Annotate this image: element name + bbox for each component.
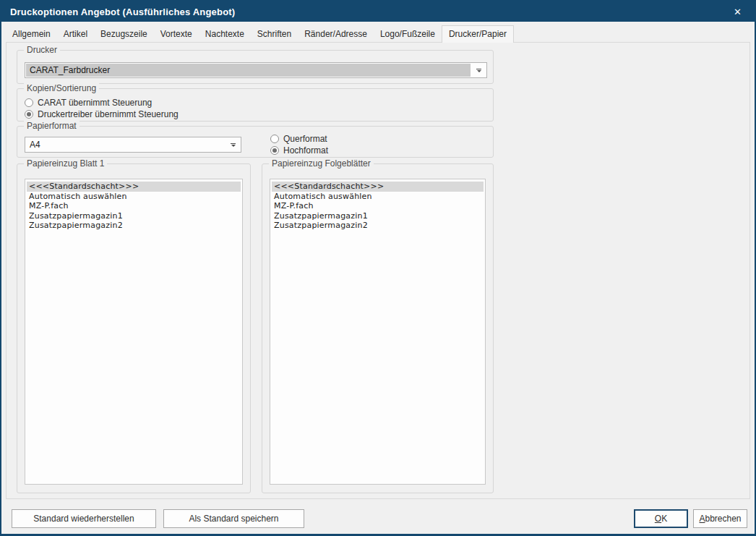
copies-sorting-group: Kopien/Sortierung CARAT übernimmt Steuer… — [17, 88, 494, 122]
tab-artikel[interactable]: Artikel — [57, 27, 94, 42]
radio-icon — [25, 98, 33, 107]
radio-carat-steuerung[interactable]: CARAT übernimmt Steuerung — [25, 97, 179, 109]
dropdown-arrow-icon[interactable] — [225, 137, 241, 152]
tab-bezugszeile[interactable]: Bezugszeile — [94, 27, 154, 42]
tray-sheet1-group-label: Papiereinzug Blatt 1 — [24, 158, 107, 169]
ok-accel: O — [655, 514, 661, 524]
tab-allgemein[interactable]: Allgemein — [6, 27, 57, 42]
list-item[interactable]: <<<Standardschacht>>> — [27, 182, 241, 192]
list-item[interactable]: Automatisch auswählen — [27, 192, 241, 202]
radio-querformat[interactable]: Querformat — [270, 133, 328, 145]
tab-nachtexte[interactable]: Nachtexte — [199, 27, 251, 42]
tray-following-group-label: Papiereinzug Folgeblätter — [269, 158, 374, 169]
list-item[interactable]: <<<Standardschacht>>> — [272, 182, 484, 192]
tray-following-group: Papiereinzug Folgeblätter <<<Standardsch… — [262, 163, 494, 493]
print-options-dialog: Druckoptionen Angebot (Ausführliches Ang… — [0, 0, 756, 536]
radio-label: Druckertreiber übernimmt Steuerung — [38, 109, 179, 119]
list-item[interactable]: Zusatzpapiermagazin1 — [272, 211, 484, 221]
dropdown-arrow-icon[interactable] — [471, 63, 486, 77]
tab-panel-drucker-papier: Drucker CARAT_Farbdrucker Kopien/Sortier… — [6, 42, 750, 499]
orientation-radio-group: Querformat Hochformat — [270, 133, 328, 156]
radio-label: Querformat — [283, 134, 327, 144]
tab-bar: Allgemein Artikel Bezugszeile Vortexte N… — [6, 27, 750, 42]
tray-following-list[interactable]: <<<Standardschacht>>> Automatisch auswäh… — [270, 179, 486, 485]
ok-rest: K — [661, 514, 667, 524]
list-item[interactable]: MZ-P.fach — [27, 201, 241, 211]
tab-schriften[interactable]: Schriften — [251, 27, 298, 42]
paper-format-group-label: Papierformat — [24, 121, 80, 131]
paper-format-select-value: A4 — [26, 138, 225, 151]
list-item[interactable]: Zusatzpapiermagazin1 — [27, 211, 241, 221]
radio-label: CARAT übernimmt Steuerung — [38, 98, 152, 108]
ok-button[interactable]: OK — [634, 509, 688, 528]
close-icon[interactable]: ✕ — [729, 6, 746, 18]
printer-select-value: CARAT_Farbdrucker — [26, 64, 471, 77]
copies-sorting-group-label: Kopien/Sortierung — [24, 83, 99, 93]
tab-drucker-papier[interactable]: Drucker/Papier — [442, 25, 514, 43]
radio-hochformat[interactable]: Hochformat — [270, 145, 328, 156]
printer-group: Drucker CARAT_Farbdrucker — [17, 50, 494, 84]
list-item[interactable]: Zusatzpapiermagazin2 — [27, 221, 241, 231]
tray-sheet1-list[interactable]: <<<Standardschacht>>> Automatisch auswäh… — [25, 179, 243, 485]
radio-label: Hochformat — [283, 145, 328, 156]
radio-druckertreiber-steuerung[interactable]: Druckertreiber übernimmt Steuerung — [25, 109, 179, 120]
titlebar[interactable]: Druckoptionen Angebot (Ausführliches Ang… — [1, 1, 755, 22]
paper-format-group: Papierformat A4 Querformat Hochformat — [17, 126, 494, 158]
radio-icon — [270, 135, 279, 143]
window-title: Druckoptionen Angebot (Ausführliches Ang… — [10, 7, 235, 17]
cancel-button[interactable]: Abbrechen — [693, 509, 747, 528]
copies-radio-group: CARAT übernimmt Steuerung Druckertreiber… — [25, 97, 179, 120]
tab-vortexte[interactable]: Vortexte — [154, 27, 199, 42]
cancel-rest: bbrechen — [705, 514, 741, 524]
radio-icon — [25, 110, 33, 119]
restore-default-button[interactable]: Standard wiederherstellen — [12, 509, 156, 528]
paper-format-select[interactable]: A4 — [25, 137, 241, 153]
tray-sheet1-group: Papiereinzug Blatt 1 <<<Standardschacht>… — [17, 163, 251, 493]
list-item[interactable]: Automatisch auswählen — [272, 192, 484, 202]
list-item[interactable]: MZ-P.fach — [272, 201, 484, 211]
printer-select[interactable]: CARAT_Farbdrucker — [25, 62, 487, 78]
save-as-default-button[interactable]: Als Standard speichern — [163, 509, 304, 528]
radio-icon — [270, 146, 279, 155]
tab-raender-adresse[interactable]: Ränder/Adresse — [298, 27, 374, 42]
printer-group-label: Drucker — [24, 45, 60, 55]
list-item[interactable]: Zusatzpapiermagazin2 — [272, 221, 484, 231]
tab-logo-fusszeile[interactable]: Logo/Fußzeile — [374, 27, 442, 42]
